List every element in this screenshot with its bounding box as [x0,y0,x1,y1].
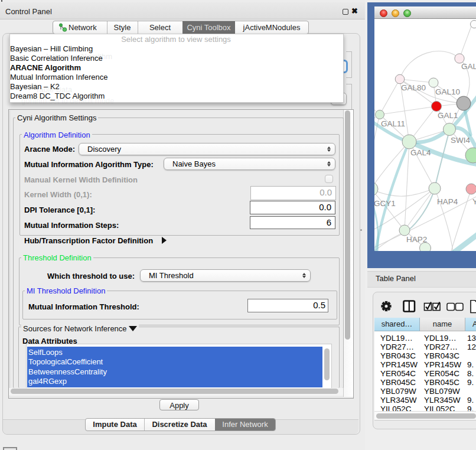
svg-text:Y: Y [472,197,476,206]
svg-text:GAL2: GAL2 [461,62,476,71]
svg-text:HAP4: HAP4 [437,197,458,206]
svg-text:HAP2: HAP2 [406,235,427,244]
svg-text:GAL4: GAL4 [410,148,431,157]
svg-text:GAL10: GAL10 [435,87,460,96]
svg-text:GAL11: GAL11 [381,119,405,128]
svg-text:SWI4: SWI4 [451,136,470,145]
svg-text:GAL1: GAL1 [438,111,458,120]
svg-text:GAL80: GAL80 [401,83,426,92]
svg-text:GCY1: GCY1 [374,199,396,208]
